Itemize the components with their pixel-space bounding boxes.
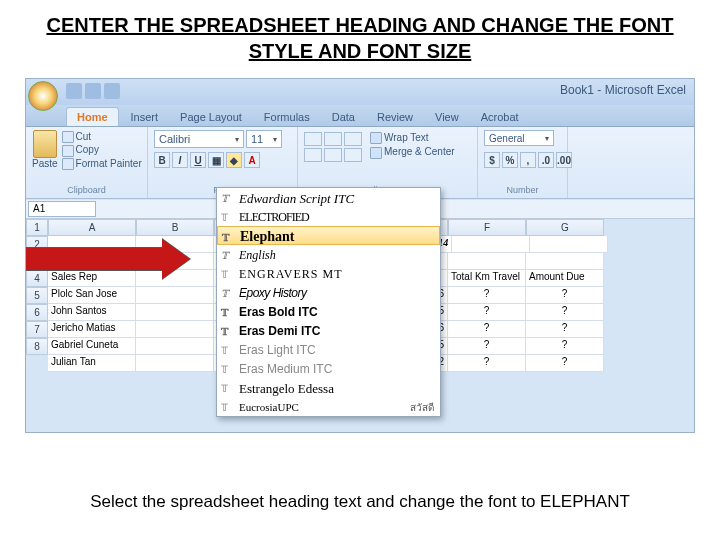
percent-button[interactable]: % <box>502 152 518 168</box>
col-header[interactable]: A <box>48 219 136 236</box>
chevron-down-icon: ▾ <box>273 135 277 144</box>
italic-button[interactable]: I <box>172 152 188 168</box>
cut-button[interactable]: Cut <box>62 131 142 143</box>
cell[interactable] <box>136 304 214 321</box>
format-painter-button[interactable]: Format Painter <box>62 158 142 170</box>
tab-home[interactable]: Home <box>66 107 119 126</box>
cell[interactable]: ? <box>448 321 526 338</box>
title-bar: Book1 - Microsoft Excel <box>26 79 694 105</box>
name-box[interactable]: A1 <box>28 201 96 217</box>
window-title: Book1 - Microsoft Excel <box>560 83 686 97</box>
qat-save-icon[interactable] <box>66 83 82 99</box>
cell[interactable]: ? <box>526 287 604 304</box>
font-color-button[interactable]: A <box>244 152 260 168</box>
cell[interactable]: Plolc San Jose <box>48 287 136 304</box>
paste-button[interactable]: Paste <box>32 130 58 169</box>
row-header[interactable]: 8 <box>26 338 48 355</box>
font-option[interactable]: 𝕋Eras Medium ITC <box>217 359 440 378</box>
comma-button[interactable]: , <box>520 152 536 168</box>
font-option[interactable]: 𝕋English <box>217 245 440 264</box>
excel-screenshot: Book1 - Microsoft Excel HomeInsertPage L… <box>25 78 695 433</box>
font-option[interactable]: 𝕋Estrangelo Edessa <box>217 378 440 397</box>
tab-insert[interactable]: Insert <box>121 108 169 126</box>
cell[interactable]: ? <box>526 321 604 338</box>
bold-button[interactable]: B <box>154 152 170 168</box>
col-header[interactable]: G <box>526 219 604 236</box>
cell[interactable]: ? <box>448 304 526 321</box>
font-option[interactable]: 𝕋Edwardian Script ITC <box>217 188 440 207</box>
slide-title: CENTER THE SPREADSHEET HEADING AND CHANG… <box>0 0 720 72</box>
cell[interactable]: Julian Tan <box>48 355 136 372</box>
align-bottom-button[interactable] <box>344 132 362 146</box>
align-left-button[interactable] <box>304 148 322 162</box>
truetype-icon: 𝕋 <box>221 342 228 359</box>
paste-label: Paste <box>32 158 58 169</box>
row-header[interactable]: 6 <box>26 304 48 321</box>
font-option[interactable]: 𝕋ENGRAVERS MT <box>217 264 440 283</box>
tab-acrobat[interactable]: Acrobat <box>471 108 529 126</box>
font-option[interactable]: 𝕋EucrosiaUPCสวัสดี <box>217 397 440 416</box>
truetype-icon: 𝕋 <box>221 209 227 226</box>
tab-view[interactable]: View <box>425 108 469 126</box>
tab-page-layout[interactable]: Page Layout <box>170 108 252 126</box>
truetype-icon: 𝕋 <box>221 285 228 302</box>
clipboard-icon <box>33 130 57 158</box>
scissors-icon <box>62 131 74 143</box>
cell[interactable]: ? <box>526 355 604 372</box>
cell[interactable]: ? <box>526 304 604 321</box>
cell[interactable]: ? <box>448 355 526 372</box>
office-button-icon[interactable] <box>28 81 58 111</box>
merge-center-button[interactable]: Merge & Center <box>370 146 455 158</box>
col-header[interactable]: F <box>448 219 526 236</box>
align-right-button[interactable] <box>344 148 362 162</box>
tab-data[interactable]: Data <box>322 108 365 126</box>
wrap-icon <box>370 132 382 144</box>
font-option[interactable]: 𝕋Epoxy History <box>217 283 440 302</box>
border-button[interactable]: ▦ <box>208 152 224 168</box>
tab-review[interactable]: Review <box>367 108 423 126</box>
font-size-combo[interactable]: 11▾ <box>246 130 282 148</box>
group-number: General▾ $%,.0.00 Number <box>478 127 568 198</box>
cell[interactable] <box>136 355 214 372</box>
truetype-icon: 𝕋 <box>221 323 228 340</box>
currency-button[interactable]: $ <box>484 152 500 168</box>
truetype-icon: 𝕋 <box>221 247 228 264</box>
number-format-combo[interactable]: General▾ <box>484 130 554 146</box>
cell[interactable]: John Santos <box>48 304 136 321</box>
cell[interactable] <box>136 321 214 338</box>
align-center-button[interactable] <box>324 148 342 162</box>
font-option[interactable]: 𝕋Elephant <box>217 226 440 245</box>
qat-undo-icon[interactable] <box>85 83 101 99</box>
align-middle-button[interactable] <box>324 132 342 146</box>
cell[interactable]: ? <box>526 338 604 355</box>
quick-access-toolbar <box>66 83 120 99</box>
decrease-decimal-button[interactable]: .00 <box>556 152 572 168</box>
cell[interactable]: Gabriel Cuneta <box>48 338 136 355</box>
row-header[interactable]: 1 <box>26 219 48 236</box>
font-option[interactable]: 𝕋Eras Light ITC <box>217 340 440 359</box>
chevron-down-icon: ▾ <box>235 135 239 144</box>
qat-redo-icon[interactable] <box>104 83 120 99</box>
cell[interactable] <box>136 287 214 304</box>
font-option[interactable]: 𝕋ELECTROFIED <box>217 207 440 226</box>
font-option[interactable]: 𝕋Eras Demi ITC <box>217 321 440 340</box>
chevron-down-icon: ▾ <box>545 134 549 143</box>
row-header[interactable]: 5 <box>26 287 48 304</box>
cell[interactable] <box>136 338 214 355</box>
cell[interactable]: Jericho Matias <box>48 321 136 338</box>
underline-button[interactable]: U <box>190 152 206 168</box>
font-option[interactable]: 𝕋Eras Bold ITC <box>217 302 440 321</box>
row-header[interactable]: 7 <box>26 321 48 338</box>
font-dropdown[interactable]: 𝕋Edwardian Script ITC𝕋ELECTROFIED𝕋Elepha… <box>216 187 441 417</box>
fill-color-button[interactable]: ◆ <box>226 152 242 168</box>
increase-decimal-button[interactable]: .0 <box>538 152 554 168</box>
group-label: Number <box>484 185 561 195</box>
align-top-button[interactable] <box>304 132 322 146</box>
cell[interactable]: ? <box>448 287 526 304</box>
cell[interactable]: ? <box>448 338 526 355</box>
col-header[interactable]: B <box>136 219 214 236</box>
font-name-combo[interactable]: Calibri▾ <box>154 130 244 148</box>
tab-formulas[interactable]: Formulas <box>254 108 320 126</box>
copy-button[interactable]: Copy <box>62 144 142 156</box>
wrap-text-button[interactable]: Wrap Text <box>370 132 455 144</box>
